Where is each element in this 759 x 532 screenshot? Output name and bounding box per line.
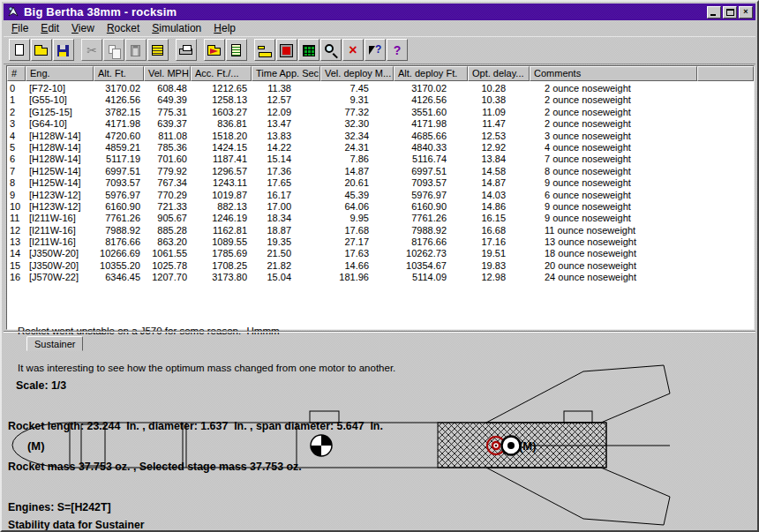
context-help-button[interactable]: ?	[364, 39, 386, 61]
column-header-vel-deploy-m[interactable]: Vel. deploy M...	[320, 66, 394, 81]
flight-notes-button[interactable]	[226, 39, 247, 61]
column-header-opt-delay[interactable]: Opt. delay...	[468, 66, 530, 81]
table-row[interactable]: 15[J350W-20]10355.201025.781708.2521.821…	[7, 260, 754, 272]
toolbar-separator	[248, 39, 254, 61]
cell-vel: 770.29	[144, 190, 191, 201]
paste-button[interactable]	[125, 39, 147, 61]
cell-alt: 5976.97	[94, 190, 144, 201]
table-row[interactable]: 7[H125W-14]6997.51779.921296.5717.3614.8…	[7, 166, 754, 177]
cell-alt: 7761.26	[94, 213, 144, 224]
cell-acc: 1258.13	[191, 94, 252, 106]
cell-vdeploy: 20.61	[320, 177, 394, 189]
table-row[interactable]: 13[I211W-16]8176.66863.201089.5519.3527.…	[7, 236, 754, 248]
menu-edit[interactable]: Edit	[34, 20, 65, 36]
column-header-alt-ft[interactable]: Alt. Ft.	[94, 66, 144, 81]
table-row[interactable]: 9[H123W-12]5976.97770.291019.8716.1745.3…	[7, 190, 754, 201]
cell-comments: 9 ounce noseweight	[530, 201, 697, 213]
column-header-acc-ft[interactable]: Acc. Ft./...	[191, 66, 252, 81]
table-row[interactable]: 2[G125-15]3782.15775.311603.2712.0977.32…	[7, 107, 754, 118]
table-row[interactable]: 14[J350W-20]10266.691061.551785.6921.501…	[7, 248, 754, 259]
new-icon	[11, 43, 27, 58]
rocket-design-button[interactable]	[204, 39, 225, 61]
cell-num: 14	[7, 248, 26, 259]
cell-num: 16	[7, 272, 26, 283]
column-header-vel-mph[interactable]: Vel. MPH	[144, 66, 191, 81]
column-header-comments[interactable]: Comments	[530, 66, 697, 81]
cell-num: 0	[7, 83, 26, 94]
maximize-button[interactable]	[723, 6, 737, 19]
table-row[interactable]: 5[H128W-14]4859.21785.361424.1514.2224.3…	[7, 142, 754, 154]
cell-adeploy: 4685.66	[394, 131, 468, 142]
copy-button[interactable]	[103, 39, 124, 61]
cell-num: 15	[7, 260, 26, 272]
menu-help[interactable]: Help	[207, 20, 242, 36]
table-row[interactable]: 3[G64-10]4171.98639.37836.8113.4732.3041…	[7, 118, 754, 130]
column-header-[interactable]: #	[7, 66, 26, 81]
cell-eng: [I211W-16]	[26, 213, 94, 224]
open-icon	[34, 43, 49, 58]
app-window: Big Bertha 38mm - rocksim × FileEditView…	[0, 0, 759, 532]
minimize-button[interactable]	[707, 6, 721, 19]
new-button[interactable]	[9, 39, 30, 61]
cell-adeploy: 5114.09	[394, 272, 468, 283]
menu-file[interactable]: File	[5, 20, 34, 36]
table-row[interactable]: 4[H128W-14]4720.60811.081518.2013.8332.3…	[7, 131, 754, 142]
close-button[interactable]: ×	[739, 6, 753, 19]
cell-comments: 8 ounce noseweight	[530, 166, 697, 177]
table-row[interactable]: 1[G55-10]4126.56649.391258.1312.579.3141…	[7, 94, 754, 106]
paste-icon	[128, 43, 144, 58]
cell-acc: 1424.15	[191, 142, 252, 154]
cell-eng: [J350W-20]	[26, 260, 94, 272]
table-row[interactable]: 6[H128W-14]5117.19701.601187.4115.147.86…	[7, 154, 754, 165]
table-row[interactable]: 8[H125W-14]7093.57767.341243.1117.6520.6…	[7, 177, 754, 189]
details-button[interactable]	[147, 39, 169, 61]
table-row[interactable]: 12[I211W-16]7988.92885.281162.8118.8717.…	[7, 225, 754, 236]
cell-comments: 7 ounce noseweight	[530, 154, 697, 165]
cell-filler	[697, 260, 754, 272]
table-row[interactable]: 0[F72-10]3170.02608.481212.6511.387.4531…	[7, 83, 754, 94]
zoom-icon	[323, 43, 339, 58]
cell-comments: 20 ounce noseweight	[530, 260, 697, 272]
cell-vdeploy: 45.39	[320, 190, 394, 201]
column-header-time-app-sec[interactable]: Time App. Sec.	[252, 66, 320, 81]
cell-filler	[697, 118, 754, 130]
save-button[interactable]	[53, 39, 74, 61]
zoom-button[interactable]	[320, 39, 342, 61]
cell-delay: 11.47	[468, 118, 530, 130]
about-button[interactable]: ?	[387, 39, 408, 61]
menu-simulation[interactable]: Simulation	[146, 20, 207, 36]
cell-delay: 11.09	[468, 107, 530, 118]
launch-button-button[interactable]	[276, 39, 297, 61]
cell-time: 14.22	[252, 142, 320, 154]
table-row[interactable]: 11[I211W-16]7761.26905.671246.1918.349.9…	[7, 213, 754, 224]
grid-button[interactable]	[298, 39, 319, 61]
menu-view[interactable]: View	[65, 20, 101, 36]
cell-num: 2	[7, 107, 26, 118]
cell-comments: 13 ounce noseweight	[530, 236, 697, 248]
print-button[interactable]	[176, 39, 197, 61]
tab-sustainer[interactable]: Sustainer	[26, 336, 83, 351]
delete-button[interactable]: ×	[342, 39, 364, 61]
column-header-alt-deploy-ft[interactable]: Alt. deploy Ft.	[394, 66, 468, 81]
cell-time: 21.50	[252, 248, 320, 259]
cell-comments: 3 ounce noseweight	[530, 131, 697, 142]
table-row[interactable]: 10[H123W-12]6160.90721.33882.1317.0064.0…	[7, 201, 754, 213]
cell-filler	[697, 177, 754, 189]
cell-adeploy: 7093.57	[394, 177, 468, 189]
cell-filler	[697, 225, 754, 236]
cell-vel: 785.36	[144, 142, 191, 154]
cut-button[interactable]: ✂	[81, 39, 102, 61]
cell-vdeploy: 32.30	[320, 118, 394, 130]
cell-comments: 9 ounce noseweight	[530, 213, 697, 224]
column-header-eng[interactable]: Eng.	[26, 66, 94, 81]
cell-alt: 8176.66	[94, 236, 144, 248]
cell-acc: 1212.65	[191, 83, 252, 94]
cell-delay: 14.03	[468, 190, 530, 201]
column-header-blank[interactable]	[697, 66, 754, 81]
open-button[interactable]	[31, 39, 52, 61]
menu-rocket[interactable]: Rocket	[101, 20, 146, 36]
plot-button[interactable]	[254, 39, 275, 61]
cell-num: 1	[7, 94, 26, 106]
table-row[interactable]: 16[J570W-22]6346.451207.703173.8015.0418…	[7, 272, 754, 283]
nose-mass-object	[81, 424, 105, 466]
